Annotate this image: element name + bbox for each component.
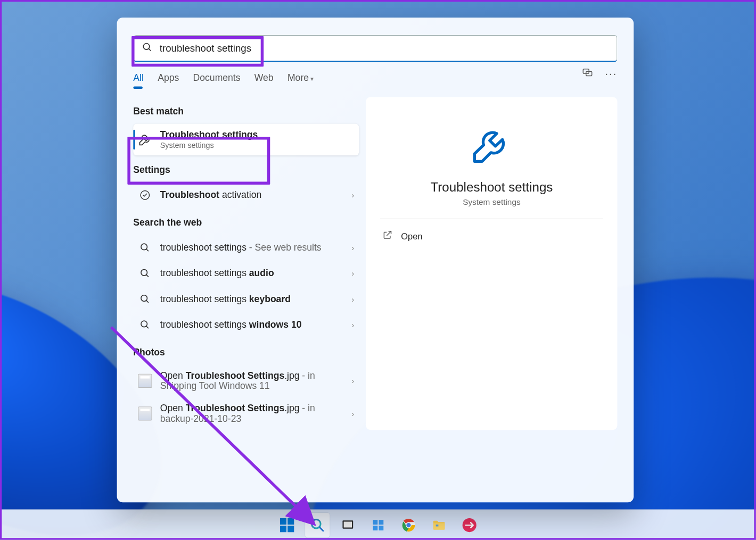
result-title: troubleshoot settings audio <box>160 268 274 279</box>
result-best-match[interactable]: Troubleshoot settings System settings <box>133 124 359 155</box>
svg-line-8 <box>146 275 149 277</box>
wrench-icon <box>138 132 152 146</box>
svg-line-10 <box>146 301 149 303</box>
tab-more-label: More <box>287 72 309 82</box>
svg-line-12 <box>146 326 149 328</box>
taskbar-explorer[interactable] <box>426 512 451 537</box>
wrench-large-icon <box>469 121 515 169</box>
tab-web[interactable]: Web <box>254 72 274 91</box>
detail-panel: Troubleshoot settings System settings Op… <box>366 97 617 430</box>
svg-rect-18 <box>379 520 383 525</box>
search-icon <box>309 517 325 533</box>
chevron-down-icon: ▾ <box>310 75 314 82</box>
svg-line-1 <box>149 48 151 51</box>
widgets-icon <box>371 518 385 531</box>
result-title: troubleshoot settings keyboard <box>160 294 291 304</box>
svg-point-9 <box>141 295 147 302</box>
chevron-right-icon: › <box>351 320 354 330</box>
search-icon <box>138 318 152 331</box>
results-column: Best match Troubleshoot settings System … <box>133 97 359 430</box>
ellipsis-icon[interactable]: ··· <box>605 68 617 80</box>
svg-rect-20 <box>379 526 383 530</box>
svg-rect-17 <box>373 520 377 525</box>
svg-point-5 <box>141 244 147 250</box>
task-view-icon <box>341 518 355 531</box>
taskbar-app[interactable] <box>457 512 481 537</box>
section-photos: Photos <box>133 347 359 358</box>
chevron-right-icon: › <box>351 409 354 419</box>
tab-documents[interactable]: Documents <box>193 72 241 91</box>
search-icon <box>138 267 152 280</box>
result-title: troubleshoot settings windows 10 <box>160 320 302 330</box>
checkmark-circle-icon <box>138 188 152 202</box>
chrome-icon <box>401 517 416 533</box>
chevron-right-icon: › <box>351 269 354 278</box>
result-subtitle: System settings <box>160 141 258 149</box>
svg-point-7 <box>141 269 147 276</box>
search-input[interactable] <box>160 43 609 54</box>
tab-more[interactable]: More▾ <box>287 72 314 91</box>
image-thumb-icon <box>138 374 152 388</box>
taskbar-search[interactable] <box>305 512 330 537</box>
result-photo-1[interactable]: Open Troubleshoot Settings.jpg - in Snip… <box>133 364 359 397</box>
taskbar-start[interactable] <box>275 512 299 537</box>
svg-point-11 <box>141 321 147 327</box>
chevron-right-icon: › <box>351 376 354 386</box>
svg-line-6 <box>146 249 149 251</box>
svg-point-0 <box>143 43 150 49</box>
detail-title: Troubleshoot settings <box>430 180 553 195</box>
result-web-3[interactable]: troubleshoot settings keyboard › <box>133 286 359 312</box>
open-external-icon <box>382 230 393 243</box>
app-icon <box>462 517 477 533</box>
search-bar[interactable] <box>133 35 617 62</box>
result-title: Open Troubleshoot Settings.jpg - in back… <box>160 403 343 425</box>
search-icon <box>138 292 152 306</box>
feedback-icon[interactable] <box>581 67 593 80</box>
search-icon <box>138 240 152 254</box>
result-web-1[interactable]: troubleshoot settings - See web results … <box>133 235 359 260</box>
result-photo-2[interactable]: Open Troubleshoot Settings.jpg - in back… <box>133 397 359 430</box>
windows-logo-icon <box>280 518 293 531</box>
tabs-row: All Apps Documents Web More▾ ··· <box>117 62 634 91</box>
svg-rect-16 <box>343 521 351 527</box>
svg-rect-24 <box>435 524 438 526</box>
search-window: All Apps Documents Web More▾ ··· Best ma… <box>117 18 634 502</box>
chevron-right-icon: › <box>351 294 354 304</box>
detail-subtitle: System settings <box>463 197 521 207</box>
result-settings-activation[interactable]: Troubleshoot activation › <box>133 182 359 208</box>
svg-line-14 <box>319 527 323 530</box>
tab-all[interactable]: All <box>133 72 144 91</box>
result-title: Troubleshoot settings <box>160 130 258 140</box>
open-label: Open <box>401 231 422 241</box>
chevron-right-icon: › <box>351 243 354 253</box>
result-title: troubleshoot settings - See web results <box>160 243 322 253</box>
result-title: Open Troubleshoot Settings.jpg - in Snip… <box>160 370 343 392</box>
result-web-2[interactable]: troubleshoot settings audio › <box>133 261 359 286</box>
result-web-4[interactable]: troubleshoot settings windows 10 › <box>133 312 359 337</box>
taskbar-chrome[interactable] <box>396 512 421 537</box>
search-icon <box>142 42 153 55</box>
taskbar-widgets[interactable] <box>366 512 390 537</box>
section-search-web: Search the web <box>133 217 359 228</box>
svg-rect-19 <box>373 526 377 530</box>
tab-apps[interactable]: Apps <box>158 72 179 91</box>
section-best-match: Best match <box>133 106 359 117</box>
open-action[interactable]: Open <box>380 219 603 253</box>
taskbar-task-view[interactable] <box>335 512 360 537</box>
taskbar <box>0 509 756 539</box>
section-settings: Settings <box>133 165 359 176</box>
image-thumb-icon <box>138 406 152 420</box>
folder-icon <box>431 517 447 533</box>
result-title: Troubleshoot activation <box>160 190 261 201</box>
chevron-right-icon: › <box>351 190 354 200</box>
